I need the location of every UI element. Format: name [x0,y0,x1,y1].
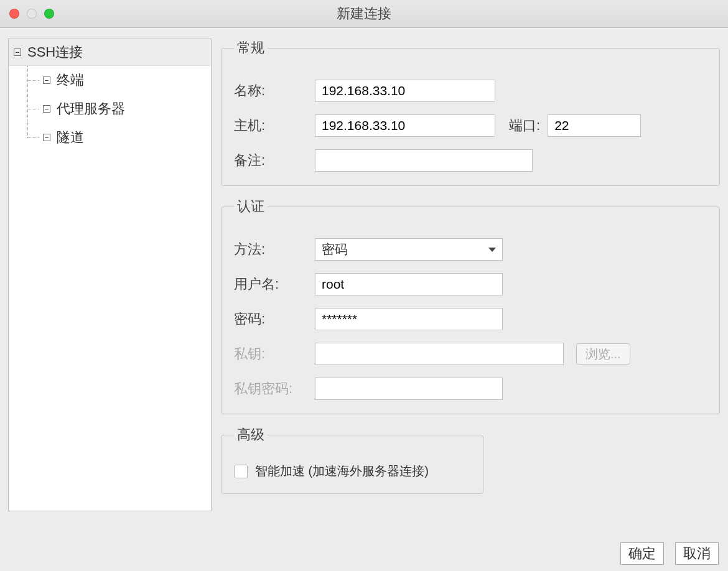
name-input[interactable] [315,80,495,102]
method-value: 密码 [322,241,348,258]
auth-legend: 认证 [234,197,268,216]
password-label: 密码: [234,310,315,328]
advanced-section: 高级 智能加速 (加速海外服务器连接) [221,425,483,494]
tree-root-ssh[interactable]: SSH连接 [9,39,211,66]
chevron-down-icon [488,248,496,252]
tree-children: 终端 代理服务器 隧道 [9,66,211,152]
name-label: 名称: [234,81,315,100]
main-content: SSH连接 终端 代理服务器 隧道 常规 名称: 主机: [0,28,728,511]
turbo-checkbox[interactable] [234,465,248,478]
tree-item-label: 代理服务器 [57,100,125,118]
tree-root-label: SSH连接 [27,43,83,62]
close-window-icon[interactable] [9,9,19,19]
host-label: 主机: [234,116,315,135]
sidebar-tree[interactable]: SSH连接 终端 代理服务器 隧道 [8,39,212,511]
minimize-window-icon[interactable] [27,9,37,19]
keypass-label: 私钥密码: [234,379,315,398]
window-controls [9,9,54,19]
method-label: 方法: [234,240,315,259]
tree-item-label: 终端 [57,71,84,90]
port-label: 端口: [509,116,540,135]
port-input[interactable] [548,114,641,137]
key-label: 私钥: [234,345,315,363]
ok-button[interactable]: 确定 [620,542,664,565]
tree-item-proxy[interactable]: 代理服务器 [15,95,211,123]
right-panel: 常规 名称: 主机: 端口: 备注: 认证 方法: 密码 [221,39,720,511]
note-input[interactable] [315,149,533,172]
collapse-icon [43,105,50,113]
note-label: 备注: [234,151,315,170]
collapse-icon [43,134,50,141]
turbo-label: 智能加速 (加速海外服务器连接) [255,463,429,480]
username-input[interactable] [315,273,503,295]
general-legend: 常规 [234,39,268,57]
privatekey-input [315,343,564,365]
titlebar: 新建连接 [0,0,728,28]
collapse-icon [43,77,50,84]
tree-item-label: 隧道 [57,128,84,147]
host-input[interactable] [315,114,495,137]
tree-item-tunnel[interactable]: 隧道 [15,123,211,152]
auth-section: 认证 方法: 密码 用户名: 密码: 私钥: 浏览 [221,197,720,414]
footer-buttons: 确定 取消 [620,542,719,565]
user-label: 用户名: [234,275,315,294]
zoom-window-icon[interactable] [44,9,54,19]
cancel-button[interactable]: 取消 [675,542,719,565]
keypass-input [315,378,503,400]
general-section: 常规 名称: 主机: 端口: 备注: [221,39,720,186]
password-input[interactable] [315,308,503,330]
window-title: 新建连接 [0,4,728,23]
tree-item-terminal[interactable]: 终端 [15,66,211,95]
collapse-icon[interactable] [14,49,21,56]
browse-button: 浏览... [576,343,630,364]
advanced-legend: 高级 [234,425,268,444]
method-select[interactable]: 密码 [315,238,503,261]
